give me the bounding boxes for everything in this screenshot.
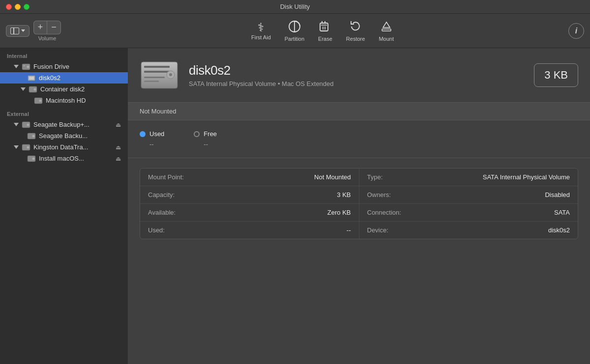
sidebar-item-macintosh-hd[interactable]: Macintosh HD (0, 95, 128, 106)
used-detail-value: -- (207, 226, 351, 234)
partition-label: Partition (285, 36, 304, 42)
minimize-button[interactable] (15, 4, 21, 10)
free-label: Free (204, 130, 217, 138)
table-row: Used: -- Device: disk0s2 (140, 222, 578, 239)
table-row: Mount Point: Not Mounted Type: SATA Inte… (140, 168, 578, 186)
mount-label: Mount (379, 36, 394, 42)
content-area: disk0s2 SATA Internal Physical Volume • … (128, 48, 590, 364)
svg-marker-9 (383, 22, 390, 28)
erase-icon (319, 20, 331, 35)
internal-section-label: Internal (0, 48, 128, 61)
seagate-plus-icon (22, 121, 30, 128)
install-macos-label: Install macOS... (39, 155, 84, 162)
title-bar: Disk Utility (0, 0, 590, 14)
sidebar-item-container-disk2[interactable]: Container disk2 (0, 84, 128, 95)
fullscreen-button[interactable] (24, 4, 30, 10)
svg-rect-29 (144, 71, 170, 73)
mount-point-cell: Mount Point: Not Mounted (140, 168, 359, 186)
view-icon (10, 28, 19, 34)
sidebar-item-disk0s2[interactable]: disk0s2 (0, 72, 128, 84)
svg-rect-14 (29, 77, 34, 80)
toolbar-left: + − Volume (6, 21, 61, 41)
table-row: Available: Zero KB Connection: SATA (140, 204, 578, 222)
add-volume-button[interactable]: + (33, 21, 47, 34)
mount-point-label: Mount Point: (148, 173, 207, 181)
mount-icon (380, 20, 393, 35)
details-table: Mount Point: Not Mounted Type: SATA Inte… (140, 168, 578, 239)
not-mounted-text: Not Mounted (140, 108, 176, 115)
svg-rect-32 (144, 77, 165, 78)
fusion-drive-label: Fusion Drive (33, 63, 69, 70)
owners-cell: Owners: Disabled (359, 186, 578, 203)
kingston-label: Kingston DataTra... (33, 143, 88, 151)
first-aid-button[interactable]: ⚕ First Aid (246, 20, 276, 42)
svg-rect-8 (382, 29, 391, 31)
main-layout: Internal Fusion Drive disk0s (0, 48, 590, 364)
erase-label: Erase (318, 36, 332, 42)
disk-subtitle: SATA Internal Physical Volume • Mac OS E… (189, 80, 524, 87)
eject-icon[interactable]: ⏏ (116, 144, 121, 151)
window-title: Disk Utility (280, 3, 310, 10)
info-button[interactable]: i (568, 23, 584, 39)
kingston-icon (22, 144, 30, 151)
close-button[interactable] (6, 4, 12, 10)
owners-value: Disabled (426, 191, 570, 198)
first-aid-label: First Aid (251, 34, 271, 40)
eject-icon[interactable]: ⏏ (116, 155, 121, 162)
svg-point-24 (27, 146, 30, 148)
owners-label: Owners: (367, 191, 426, 198)
view-button[interactable] (6, 25, 30, 37)
device-cell: Device: disk0s2 (359, 222, 578, 239)
capacity-cell: Capacity: 3 KB (140, 186, 359, 203)
capacity-value: 3 KB (207, 191, 351, 198)
mount-point-value: Not Mounted (207, 173, 351, 181)
connection-label: Connection: (367, 209, 426, 216)
remove-volume-button[interactable]: − (47, 21, 61, 34)
sidebar-item-fusion-drive[interactable]: Fusion Drive (0, 61, 128, 72)
used-label: Used (149, 130, 164, 138)
disk0s2-label: disk0s2 (39, 74, 60, 82)
used-cell: Used: -- (140, 222, 359, 239)
available-label: Available: (148, 209, 207, 216)
svg-point-20 (27, 123, 30, 126)
seagate-vol-label: Seagate Backu... (39, 132, 88, 140)
svg-rect-2 (320, 23, 328, 31)
disk-info: disk0s2 SATA Internal Physical Volume • … (189, 63, 524, 87)
sidebar: Internal Fusion Drive disk0s (0, 48, 128, 364)
sidebar-item-kingston[interactable]: Kingston DataTra... ⏏ (0, 141, 128, 153)
mount-button[interactable]: Mount (374, 18, 399, 44)
free-dot (194, 131, 200, 137)
svg-point-22 (32, 135, 35, 137)
erase-button[interactable]: Erase (313, 18, 337, 44)
disk-header: disk0s2 SATA Internal Physical Volume • … (128, 48, 590, 103)
free-item: Free -- (194, 130, 217, 148)
disk-size-badge: 3 KB (534, 63, 578, 87)
expand-icon (14, 145, 19, 149)
usage-section: Used -- Free -- (128, 120, 590, 158)
sidebar-item-install-macos[interactable]: Install macOS... ⏏ (0, 153, 128, 164)
install-macos-icon (27, 155, 36, 162)
svg-point-26 (32, 157, 35, 160)
sidebar-item-seagate-vol[interactable]: Seagate Backu... (0, 130, 128, 141)
restore-icon (349, 20, 362, 35)
used-value: -- (149, 140, 164, 148)
svg-point-11 (27, 65, 30, 68)
table-row: Capacity: 3 KB Owners: Disabled (140, 186, 578, 204)
disk-name: disk0s2 (189, 63, 524, 78)
capacity-label: Capacity: (148, 191, 207, 198)
free-label-row: Free (194, 130, 217, 138)
partition-icon (288, 20, 301, 35)
traffic-lights[interactable] (6, 4, 30, 10)
macintosh-hd-icon (34, 97, 43, 104)
free-value: -- (204, 140, 217, 148)
sidebar-item-seagate-plus[interactable]: Seagate Backup+... ⏏ (0, 119, 128, 130)
eject-icon[interactable]: ⏏ (116, 121, 121, 128)
seagate-plus-label: Seagate Backup+... (33, 121, 89, 128)
first-aid-icon: ⚕ (258, 22, 264, 33)
type-value: SATA Internal Physical Volume (426, 173, 570, 181)
partition-button[interactable]: Partition (280, 18, 309, 44)
toolbar: + − Volume ⚕ First Aid Partition (0, 14, 590, 48)
svg-point-16 (34, 88, 36, 90)
type-label: Type: (367, 173, 426, 181)
restore-button[interactable]: Restore (341, 18, 370, 44)
